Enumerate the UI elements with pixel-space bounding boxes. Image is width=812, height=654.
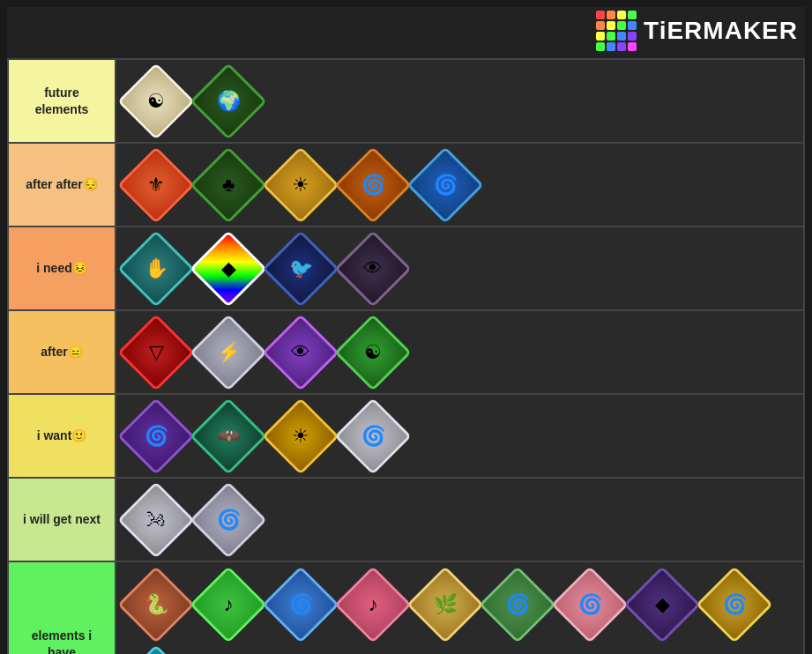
element-badge[interactable]: 🌀	[555, 570, 624, 639]
diamond-symbol: 🌀	[361, 175, 385, 195]
tier-row-after: after😑 ▽ ⚡ 👁 ☯	[9, 311, 803, 395]
diamond-symbol: ☀	[292, 175, 309, 195]
element-badge[interactable]: 🌍	[194, 67, 263, 136]
diamond: 🌀	[551, 566, 629, 643]
logo-cell	[596, 21, 605, 30]
tier-label-will-get: i will get next	[9, 479, 115, 561]
tier-label-i-want: i want🙂	[9, 395, 115, 477]
element-badge[interactable]: 🐦	[266, 234, 335, 303]
header: TiERMAKER	[7, 7, 805, 58]
element-badge[interactable]: 👁	[266, 318, 335, 387]
element-badge[interactable]: ♪	[194, 570, 263, 639]
tier-label-future: future elements	[9, 60, 115, 142]
diamond: ♣	[190, 146, 267, 224]
element-badge[interactable]: ♪	[339, 570, 407, 639]
logo-cell	[596, 11, 605, 19]
logo-cell	[628, 32, 637, 41]
diamond-symbol: ✋	[145, 259, 168, 279]
diamond: 👁	[262, 314, 339, 391]
element-badge[interactable]: 🦇	[194, 402, 263, 471]
diamond: 🌀	[334, 146, 412, 224]
element-badge[interactable]: ☀	[266, 151, 335, 219]
diamond: 🦇	[190, 398, 267, 475]
diamond: 🌀	[117, 398, 195, 475]
diamond-symbol: 🌀	[217, 510, 241, 530]
diamond-symbol: 🌀	[361, 427, 385, 446]
element-badge[interactable]: ♣	[194, 151, 263, 219]
diamond-symbol: ▽	[149, 343, 164, 362]
diamond: ⚡	[190, 314, 267, 391]
element-badge[interactable]: 🌀	[483, 570, 552, 639]
element-badge[interactable]: ☯	[122, 67, 190, 136]
diamond: ☀	[262, 146, 339, 224]
tier-items-i-need: ✋ ◆ 🐦 👁	[115, 227, 803, 309]
logo-cell	[596, 32, 605, 41]
logo-cell	[628, 42, 637, 51]
tier-label-after-after: after after😔	[9, 144, 115, 226]
diamond: ✋	[117, 230, 195, 308]
element-badge[interactable]: ☀	[266, 402, 335, 471]
tier-row-after-after: after after😔 ⚜ ♣ ☀ 🌀	[9, 144, 803, 227]
element-badge[interactable]: 🌀	[122, 402, 190, 471]
element-badge[interactable]: ☯	[339, 318, 407, 387]
element-badge[interactable]: 🌀	[266, 570, 335, 639]
tier-items-future: ☯ 🌍	[115, 60, 803, 142]
tier-row-i-want: i want🙂 🌀 🦇 ☀ 🌀	[9, 395, 803, 479]
element-badge[interactable]: ◆	[628, 570, 697, 639]
diamond-symbol: 👁	[291, 343, 310, 362]
logo-cell	[628, 21, 637, 30]
tier-label-have: elements i have	[9, 562, 115, 654]
logo-cell	[628, 11, 637, 19]
logo-cell	[617, 32, 626, 41]
diamond-symbol: ☀	[292, 427, 309, 446]
diamond-symbol: 🦇	[217, 427, 241, 446]
element-badge[interactable]: 🌀	[339, 402, 407, 471]
element-badge[interactable]: ▽	[122, 318, 190, 387]
diamond-symbol: 🌿	[434, 595, 458, 614]
element-badge[interactable]: ✋	[122, 234, 190, 303]
tier-items-will-get: 🌬 🌀	[115, 479, 803, 561]
element-badge[interactable]: 👁	[339, 234, 407, 303]
diamond-symbol: 🐦	[289, 259, 313, 279]
tier-items-after-after: ⚜ ♣ ☀ 🌀 🌀	[115, 144, 803, 226]
tier-row-have: elements i have 🐍 ♪ 🌀 ♪	[9, 562, 803, 654]
element-badge[interactable]: 🌬	[122, 486, 190, 554]
element-badge[interactable]: 🐍	[122, 570, 190, 639]
element-badge[interactable]: 🌀	[411, 151, 480, 219]
diamond: 🌍	[190, 63, 267, 140]
diamond: ♪	[190, 566, 267, 643]
tier-row-future: future elements ☯ 🌍	[9, 60, 803, 144]
element-badge[interactable]: 🌀	[700, 570, 769, 639]
diamond-symbol: 🌀	[578, 595, 602, 614]
tier-items-after: ▽ ⚡ 👁 ☯	[115, 311, 803, 393]
diamond: ☀	[262, 398, 339, 475]
element-badge[interactable]: ◆	[194, 234, 263, 303]
diamond-symbol: ◆	[221, 259, 236, 279]
element-badge[interactable]: ⚜	[122, 151, 190, 219]
logo-cell	[607, 32, 615, 41]
diamond-symbol: ♣	[222, 175, 235, 195]
diamond-symbol: ☯	[364, 343, 382, 362]
tier-label-after: after😑	[9, 311, 115, 393]
diamond: ▽	[117, 314, 195, 391]
diamond: 🌀	[334, 398, 412, 475]
logo-cell	[607, 42, 615, 51]
diamond: ◆	[190, 230, 267, 308]
element-badge[interactable]: 🌀	[194, 486, 263, 554]
tiermaker-logo-text: TiERMAKER	[644, 17, 798, 45]
tiermaker-logo: TiERMAKER	[596, 11, 798, 51]
diamond-symbol: 🌀	[434, 175, 458, 195]
element-badge[interactable]: ⚡	[194, 318, 263, 387]
diamond-symbol: 🌀	[506, 595, 530, 614]
logo-cell	[617, 21, 626, 30]
logo-cell	[607, 21, 615, 30]
diamond-symbol: 🌍	[217, 92, 241, 111]
logo-cell	[607, 11, 615, 19]
diamond-symbol: ♪	[224, 595, 234, 614]
element-badge[interactable]: 🌀	[339, 151, 407, 219]
diamond: 🌀	[190, 481, 267, 559]
tier-row-will-get: i will get next 🌬 🌀	[9, 479, 803, 562]
element-badge[interactable]: ⚡	[122, 649, 190, 654]
diamond: 🌀	[479, 566, 556, 643]
element-badge[interactable]: 🌿	[411, 570, 480, 639]
